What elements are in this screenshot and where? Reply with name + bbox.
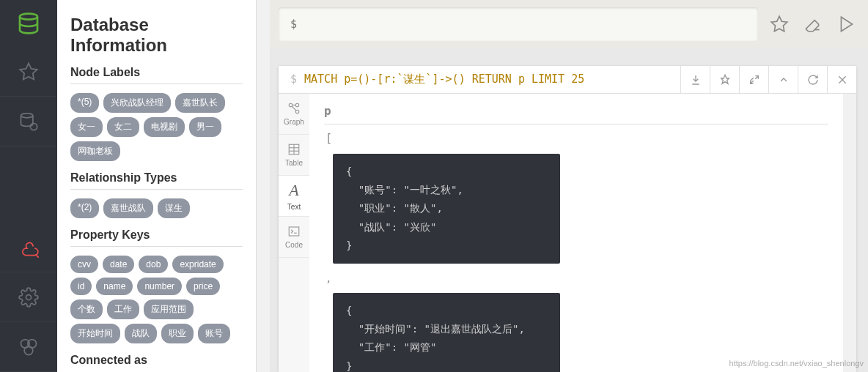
play-icon[interactable]: [834, 12, 859, 37]
property-keys-chips: cvv date dob expridate id name number pr…: [70, 256, 243, 343]
svg-point-5: [26, 294, 32, 300]
chip[interactable]: 应用范围: [144, 300, 194, 319]
svg-point-0: [20, 14, 37, 20]
favorite-icon[interactable]: [767, 12, 792, 37]
download-icon[interactable]: [680, 66, 710, 94]
chip[interactable]: 开始时间: [70, 324, 120, 343]
rail-settings[interactable]: [0, 272, 57, 322]
chip[interactable]: price: [186, 278, 220, 295]
open-bracket: [: [326, 132, 828, 145]
tab-code[interactable]: Code: [279, 217, 309, 258]
rail-cloud[interactable]: [0, 223, 57, 272]
view-tabs: Graph Table A Text Code: [279, 94, 309, 372]
expand-icon[interactable]: [739, 66, 768, 94]
chip[interactable]: name: [96, 278, 133, 295]
chip[interactable]: 谋生: [158, 198, 190, 218]
eraser-icon[interactable]: [801, 12, 825, 37]
chip[interactable]: 嘉世战队: [103, 198, 153, 218]
result-row: { "开始时间": "退出嘉世战队之后", "工作": "网管" }: [333, 293, 560, 372]
sidebar-scrollbar[interactable]: [257, 0, 270, 372]
property-keys-heading: Property Keys: [70, 228, 243, 242]
relationship-types-chips: *(2) 嘉世战队 谋生: [70, 198, 243, 218]
left-rail: [0, 0, 57, 372]
chip[interactable]: 职业: [161, 324, 194, 343]
chip[interactable]: 兴欣战队经理: [103, 93, 171, 113]
connected-as-heading: Connected as: [70, 354, 243, 367]
svg-marker-1: [20, 63, 37, 79]
chip[interactable]: 女一: [70, 117, 103, 137]
chip[interactable]: expridate: [172, 256, 223, 273]
watermark: https://blog.csdn.net/vxiao_shenlongv: [729, 359, 864, 368]
svg-point-15: [295, 103, 299, 107]
rail-spacer: [0, 146, 57, 223]
chip[interactable]: cvv: [70, 256, 98, 273]
tab-graph[interactable]: Graph: [279, 94, 309, 135]
chip[interactable]: 账号: [198, 324, 230, 343]
chip[interactable]: *(5): [70, 93, 99, 113]
rail-favorites[interactable]: [0, 47, 57, 97]
sidebar: Database Information Node Labels *(5) 兴欣…: [57, 0, 257, 372]
chip[interactable]: 工作: [107, 300, 139, 319]
chip[interactable]: 电视剧: [144, 117, 185, 137]
chip[interactable]: 个数: [70, 300, 103, 319]
tab-table[interactable]: Table: [279, 135, 309, 176]
chip[interactable]: 网咖老板: [70, 141, 120, 161]
result-scrollbar[interactable]: [843, 94, 856, 372]
svg-point-3: [30, 123, 37, 130]
rail-about[interactable]: [0, 322, 57, 372]
chip[interactable]: 战队: [125, 324, 157, 343]
svg-marker-9: [771, 16, 787, 31]
query-display: $MATCH p=()-[r:`谋生`]->() RETURN p LIMIT …: [279, 72, 680, 86]
result-panel: $MATCH p=()-[r:`谋生`]->() RETURN p LIMIT …: [279, 66, 856, 372]
main-area: $MATCH p=()-[r:`谋生`]->() RETURN p LIMIT …: [270, 0, 868, 372]
chip[interactable]: 女二: [107, 117, 139, 137]
tab-text[interactable]: A Text: [279, 176, 309, 217]
result-header: $MATCH p=()-[r:`谋生`]->() RETURN p LIMIT …: [279, 66, 856, 94]
node-labels-chips: *(5) 兴欣战队经理 嘉世队长 女一 女二 电视剧 男一 网咖老板: [70, 93, 243, 161]
prompt-symbol: $: [290, 72, 297, 86]
rail-database[interactable]: [0, 97, 57, 146]
app-logo: [0, 0, 57, 47]
sidebar-title: Database Information: [70, 15, 243, 56]
svg-marker-10: [841, 17, 852, 31]
chip[interactable]: id: [70, 278, 92, 295]
node-labels-heading: Node Labels: [70, 66, 243, 79]
result-content: p [ { "账号": "一叶之秋", "职业": "散人", "战队": "兴…: [309, 94, 843, 372]
chip[interactable]: number: [137, 278, 182, 295]
result-row: { "账号": "一叶之秋", "职业": "散人", "战队": "兴欣" }: [333, 154, 560, 264]
query-text: MATCH p=()-[r:`谋生`]->() RETURN p LIMIT 2…: [304, 72, 584, 86]
svg-point-2: [21, 113, 33, 117]
query-input[interactable]: [279, 7, 758, 41]
pin-icon[interactable]: [710, 66, 739, 94]
chip[interactable]: 男一: [189, 117, 221, 137]
topbar: [270, 0, 868, 48]
row-separator: ,: [326, 272, 828, 284]
relationship-types-heading: Relationship Types: [70, 171, 243, 185]
svg-line-17: [292, 106, 296, 111]
collapse-up-icon[interactable]: [768, 66, 798, 94]
chip[interactable]: dob: [139, 256, 168, 273]
chip[interactable]: *(2): [70, 198, 99, 218]
column-header: p: [324, 101, 828, 124]
refresh-icon[interactable]: [798, 66, 827, 94]
close-icon[interactable]: [827, 66, 856, 94]
chip[interactable]: 嘉世队长: [175, 93, 225, 113]
chip[interactable]: date: [103, 256, 134, 273]
svg-point-8: [24, 346, 33, 354]
svg-rect-22: [289, 227, 299, 236]
